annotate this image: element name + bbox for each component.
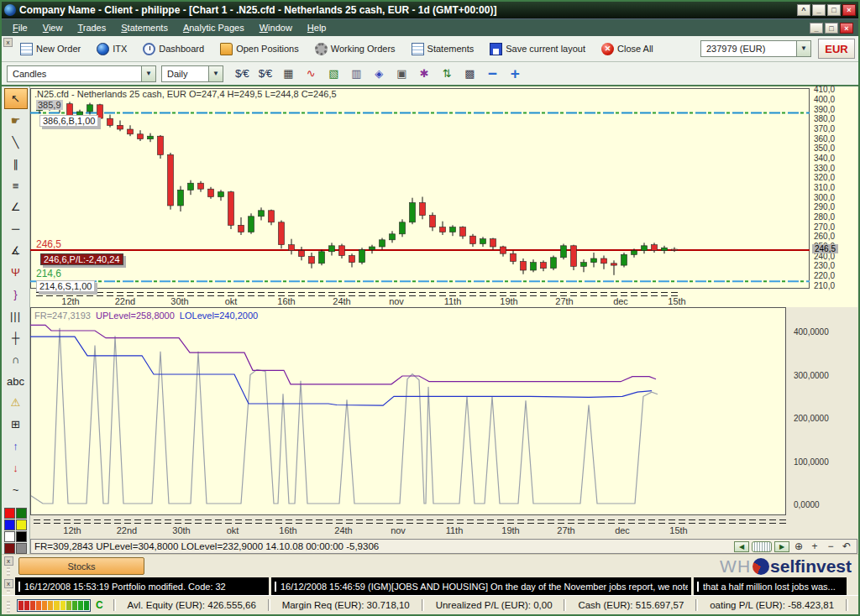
chart-period-select[interactable]: Daily ▼ — [161, 65, 223, 82]
menu-item-analytic-pages[interactable]: Analytic Pages — [177, 21, 250, 34]
child-minimize-button[interactable]: _ — [810, 23, 823, 34]
child-close-button[interactable]: × — [840, 23, 853, 34]
color-swatch-5[interactable] — [16, 531, 27, 542]
buy-order-label[interactable]: 386,6,B,1,00 — [39, 115, 98, 127]
paint-studies-icon[interactable]: ✱ — [416, 65, 433, 82]
pitchfork-tool[interactable]: Ψ — [4, 262, 28, 283]
indicator-red-icon[interactable]: ∿ — [302, 65, 319, 82]
indicator-green-icon[interactable]: ▧ — [325, 65, 342, 82]
trendline-tool[interactable]: ╲ — [4, 132, 28, 153]
pan-tool[interactable]: ☛ — [4, 110, 28, 131]
fib-zones-tool[interactable]: } — [4, 284, 28, 305]
color-swatch-7[interactable] — [16, 543, 27, 554]
title-bar: Company Name - Client - philippe - [Char… — [2, 2, 858, 18]
close-icon[interactable]: x — [4, 579, 13, 588]
zoom-out-button[interactable]: − — [824, 540, 837, 552]
menu-item-statements[interactable]: Statements — [115, 21, 174, 34]
vertical-lines-tool[interactable]: ||| — [4, 305, 28, 326]
stocks-tab[interactable]: Stocks — [18, 557, 144, 575]
close-all-button[interactable]: Close All — [597, 40, 660, 58]
scroll-left-button[interactable]: ◀ — [734, 541, 749, 552]
sell-order-label[interactable]: 214,6,S,1,00 — [36, 280, 95, 292]
indicator-panel[interactable]: 12th22nd30thokt16th24thnov11th19th27thde… — [30, 307, 857, 539]
color-swatch-6[interactable] — [4, 543, 15, 554]
scroll-slider[interactable] — [752, 541, 772, 552]
currency-badge[interactable]: EUR — [818, 39, 855, 59]
drag-handle[interactable] — [7, 590, 10, 593]
candlestick-chart[interactable]: 12th22nd30thokt16th24thnov11th19th27thde… — [30, 88, 810, 306]
pan-chart-button[interactable]: ⊕ — [792, 540, 805, 552]
minimize-button[interactable]: _ — [812, 4, 826, 16]
calculator-tool[interactable]: ⊞ — [4, 414, 28, 435]
dashboard-button[interactable]: Dashboard — [139, 40, 211, 58]
chart-style-select[interactable]: Candles ▼ — [7, 65, 156, 82]
horizontal-line-tool[interactable]: ─ — [4, 218, 28, 239]
fib-levels-tool[interactable]: ≡ — [4, 175, 28, 196]
menu-item-help[interactable]: Help — [302, 21, 333, 34]
alert-tool[interactable]: ⚠ — [4, 392, 28, 413]
close-button[interactable]: × — [842, 4, 856, 16]
zoom-out-icon[interactable]: − — [484, 65, 501, 82]
open-positions-button[interactable]: Open Positions — [216, 40, 306, 58]
chevron-down-icon[interactable]: ▼ — [208, 66, 223, 81]
drag-handle[interactable] — [7, 567, 10, 576]
eraser-icon[interactable]: ◈ — [370, 65, 387, 82]
new-order-button[interactable]: New Order — [16, 40, 87, 58]
field-separator[interactable] — [846, 599, 848, 611]
price-axis[interactable]: 410,0400,0390,0380,0370,0360,0350,0340,0… — [811, 88, 857, 290]
working-orders-button[interactable]: Working Orders — [311, 40, 402, 58]
drag-handle[interactable] — [7, 601, 10, 613]
grid-settings-icon[interactable]: ▦ — [280, 65, 296, 82]
meter-bar — [84, 601, 89, 610]
account-status-row: C Avl. Equity (EUR): 426.555,66Margin Re… — [2, 595, 858, 614]
chevron-down-icon[interactable]: ▼ — [141, 66, 155, 81]
account-selector[interactable]: 237979 (EUR) ▼ — [700, 40, 811, 57]
zoom-in-icon[interactable]: + — [506, 65, 523, 82]
statements-button[interactable]: Statements — [407, 40, 481, 58]
color-swatch-1[interactable] — [16, 508, 27, 519]
scroll-right-button[interactable]: ▶ — [774, 541, 789, 552]
arrow-down-marker-tool[interactable]: ↓ — [4, 457, 28, 478]
color-swatch-3[interactable] — [16, 519, 27, 530]
field-separator[interactable] — [695, 599, 698, 611]
field-separator[interactable] — [422, 599, 424, 611]
child-restore-button[interactable]: □ — [825, 23, 838, 34]
color-swatch-0[interactable] — [4, 508, 15, 519]
undo-zoom-button[interactable]: ↶ — [840, 540, 853, 552]
itx-button[interactable]: ITX — [92, 40, 134, 58]
toolbar-close-button[interactable]: x — [3, 38, 13, 47]
color-swatch-4[interactable] — [4, 531, 15, 542]
restore-button[interactable]: □ — [827, 4, 841, 16]
menu-item-trades[interactable]: Trades — [71, 21, 112, 34]
speed-lines-tool[interactable]: ∡ — [4, 240, 28, 261]
print-icon[interactable]: ▣ — [393, 65, 410, 82]
buy-sell-signals-icon[interactable]: ⇅ — [438, 65, 455, 82]
text-tool[interactable]: abc — [4, 371, 28, 392]
volume-histogram-icon[interactable]: ▥ — [348, 65, 364, 82]
arrow-up-marker-tool[interactable]: ↑ — [4, 436, 28, 457]
chevron-down-icon[interactable]: ▼ — [796, 41, 810, 56]
menu-item-view[interactable]: View — [37, 21, 69, 34]
menu-item-file[interactable]: File — [7, 21, 34, 34]
crosshair-tool[interactable]: ┼ — [4, 327, 28, 348]
color-swatch-2[interactable] — [4, 519, 15, 530]
close-icon[interactable]: x — [4, 556, 13, 566]
zoom-in-button[interactable]: + — [808, 540, 821, 552]
indicator-chart[interactable]: 12th22nd30thokt16th24thnov11th19th27thde… — [30, 307, 788, 537]
position-pl-label[interactable]: 246,6,P/L:-2,40,24 — [40, 253, 123, 265]
price-axis-settings-icon[interactable]: $⁄€ — [233, 65, 251, 82]
parallel-lines-tool[interactable]: ∥ — [4, 154, 28, 175]
quote-board-icon[interactable]: ▩ — [461, 65, 478, 82]
field-separator[interactable] — [564, 599, 566, 611]
currency-scale-icon[interactable]: $⁄€ — [257, 65, 275, 82]
freehand-tool[interactable]: ~ — [4, 479, 28, 500]
price-chart-panel[interactable]: 12th22nd30thokt16th24thnov11th19th27thde… — [30, 86, 857, 307]
select-tool[interactable]: ↖ — [4, 88, 28, 109]
field-separator[interactable] — [113, 599, 116, 611]
fib-arcs-tool[interactable]: ∩ — [4, 349, 28, 370]
menu-item-window[interactable]: Window — [254, 21, 298, 34]
shade-button[interactable]: ^ — [797, 4, 810, 16]
save-layout-button[interactable]: Save current layout — [485, 40, 592, 58]
field-separator[interactable] — [268, 599, 270, 611]
gann-fan-tool[interactable]: ∠ — [4, 196, 28, 217]
